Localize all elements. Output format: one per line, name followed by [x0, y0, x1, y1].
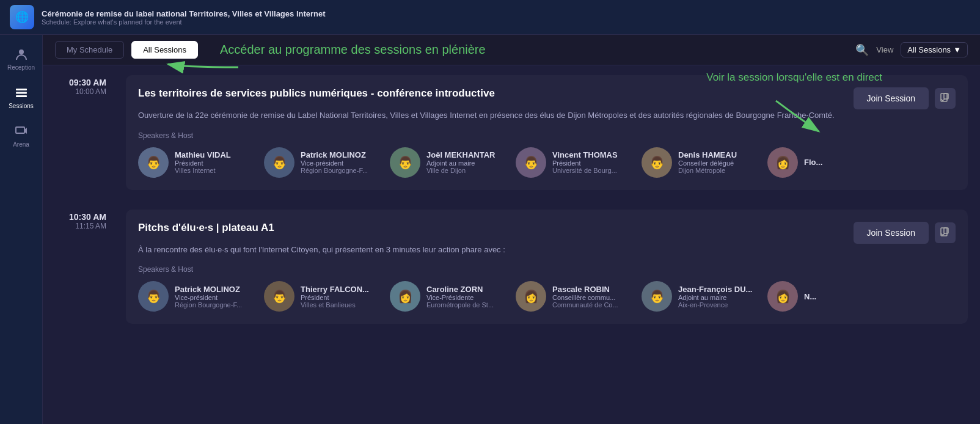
sidebar-item-sessions[interactable]: Sessions: [3, 81, 40, 114]
speaker-org: Communauté de Co...: [552, 301, 618, 309]
chevron-down-icon: ▼: [953, 45, 961, 54]
speaker-name: Jean-François DU...: [678, 285, 752, 294]
speaker-card: 👩 Flo...: [767, 147, 883, 178]
speaker-role: Vice-Présidente: [426, 294, 494, 301]
session1-speakers-list: 👨 Mathieu VIDAL Président Villes Interne…: [138, 147, 956, 178]
speaker-name: Patrick MOLINOZ: [175, 285, 242, 294]
time-column-1: 09:30 AM 10:00 AM: [43, 75, 116, 190]
speaker-name: N...: [804, 292, 816, 301]
sidebar: Reception Sessions Arena: [0, 35, 43, 424]
speaker-card: 👨 Mathieu VIDAL Président Villes Interne…: [138, 147, 254, 178]
sessions-label: Sessions: [9, 103, 34, 109]
speaker-info: Flo...: [804, 158, 822, 167]
view-label: View: [876, 45, 893, 54]
session1-header: Les territoires de services publics numé…: [138, 87, 956, 109]
svg-rect-1: [16, 89, 27, 90]
svg-rect-4: [16, 127, 24, 133]
session2-speakers-list: 👨 Patrick MOLINOZ Vice-président Région …: [138, 281, 956, 312]
speaker-role: Président: [301, 294, 369, 301]
speaker-avatar: 👨: [390, 147, 420, 178]
speaker-role: Conseillère commu...: [552, 294, 618, 301]
speaker-avatar: 👩: [767, 147, 798, 178]
sessions-icon: [14, 86, 29, 100]
speaker-role: Conseiller délégué: [678, 159, 737, 167]
speaker-card: 👩 N...: [767, 281, 883, 312]
session2-header: Pitchs d'élu·e·s | plateau A1 Join Sessi…: [138, 222, 956, 244]
speaker-card: 👨 Patrick MOLINOZ Vice-président Région …: [138, 281, 254, 312]
main-layout: Reception Sessions Arena: [0, 35, 980, 424]
speaker-info: Patrick MOLINOZ Vice-président Région Bo…: [301, 150, 368, 174]
join-session-2-button[interactable]: Join Session: [854, 222, 929, 244]
view-dropdown[interactable]: All Sessions ▼: [901, 42, 968, 57]
session1-actions: Join Session: [854, 87, 956, 109]
speaker-avatar: 👨: [516, 147, 546, 178]
speaker-avatar: 👨: [264, 281, 294, 312]
speaker-info: Denis HAMEAU Conseiller délégué Dijon Mé…: [678, 150, 737, 174]
svg-point-0: [19, 49, 24, 54]
session2-speakers-label: Speakers & Host: [138, 265, 956, 274]
speaker-info: Pascale ROBIN Conseillère commu... Commu…: [552, 285, 618, 309]
speaker-info: Patrick MOLINOZ Vice-président Région Bo…: [175, 285, 242, 309]
session-card-1: Les territoires de services publics numé…: [126, 75, 968, 190]
svg-rect-6: [944, 93, 948, 99]
speaker-org: Villes et Banlieues: [301, 301, 369, 309]
session2-time-end: 11:15 AM: [43, 222, 106, 230]
bookmark-icon-1[interactable]: [935, 88, 956, 109]
event-subtitle: Schedule: Explore what's planned for the…: [42, 18, 326, 26]
speaker-card: 👨 Jean-François DU... Adjoint au maire A…: [642, 281, 758, 312]
session1-description: Ouverture de la 22e cérémonie de remise …: [138, 109, 956, 122]
speaker-avatar: 👩: [390, 281, 420, 312]
svg-rect-2: [16, 92, 27, 94]
speaker-info: Joël MEKHANTAR Adjoint au maire Ville de…: [426, 150, 495, 174]
speaker-avatar: 👨: [138, 147, 169, 178]
speaker-role: Adjoint au maire: [678, 294, 752, 301]
session1-speakers-label: Speakers & Host: [138, 131, 956, 140]
speaker-name: Caroline ZORN: [426, 285, 494, 294]
schedule-header: My Schedule All Sessions Accéder au prog…: [43, 35, 980, 65]
top-bar-text: Cérémonie de remise du label national Te…: [42, 9, 326, 26]
tab-all-sessions[interactable]: All Sessions: [131, 41, 198, 59]
speaker-role: Adjoint au maire: [426, 159, 495, 167]
speaker-card: 👨 Patrick MOLINOZ Vice-président Région …: [264, 147, 380, 178]
speaker-org: Dijon Métropole: [678, 167, 737, 174]
speaker-card: 👨 Thierry FALCON... Président Villes et …: [264, 281, 380, 312]
session2-description: À la rencontre des élu·e·s qui font l'In…: [138, 244, 956, 256]
speaker-name: Thierry FALCON...: [301, 285, 369, 294]
speaker-name: Flo...: [804, 158, 822, 167]
session1-title: Les territoires de services publics numé…: [138, 87, 495, 100]
session2-actions: Join Session: [854, 222, 956, 244]
speaker-name: Vincent THOMAS: [552, 150, 618, 159]
speaker-name: Patrick MOLINOZ: [301, 150, 368, 159]
speaker-card: 👨 Vincent THOMAS Président Université de…: [516, 147, 632, 178]
speaker-card: 👩 Caroline ZORN Vice-Présidente Eurométr…: [390, 281, 506, 312]
speaker-org: Université de Bourg...: [552, 167, 618, 174]
speaker-role: Président: [552, 159, 618, 167]
sidebar-item-arena[interactable]: Arena: [3, 119, 40, 153]
speaker-avatar: 👨: [642, 281, 672, 312]
content-area: My Schedule All Sessions Accéder au prog…: [43, 35, 980, 424]
speaker-name: Denis HAMEAU: [678, 150, 737, 159]
session1-time-end: 10:00 AM: [43, 87, 106, 96]
speaker-avatar: 👩: [516, 281, 546, 312]
speaker-avatar: 👨: [642, 147, 672, 178]
annotation-right: Voir la session lorsqu'elle est en direc…: [706, 71, 882, 84]
join-session-1-button[interactable]: Join Session: [854, 87, 929, 109]
bookmark-icon-2[interactable]: [935, 222, 956, 243]
speaker-org: Région Bourgogne-F...: [301, 167, 368, 174]
speaker-org: Villes Internet: [175, 167, 231, 174]
speaker-role: Vice-président: [175, 294, 242, 301]
speaker-org: Aix-en-Provence: [678, 301, 752, 309]
arena-label: Arena: [13, 141, 29, 148]
speaker-org: Ville de Dijon: [426, 167, 495, 174]
search-icon[interactable]: 🔍: [855, 43, 869, 57]
sidebar-item-reception[interactable]: Reception: [3, 42, 40, 76]
arena-icon: [14, 124, 29, 139]
session-row: 09:30 AM 10:00 AM Les territoires de ser…: [43, 65, 968, 200]
tab-my-schedule[interactable]: My Schedule: [55, 41, 124, 59]
app-logo: 🌐: [10, 5, 34, 29]
view-dropdown-value: All Sessions: [907, 45, 951, 54]
speaker-info: Jean-François DU... Adjoint au maire Aix…: [678, 285, 752, 309]
speaker-card: 👨 Denis HAMEAU Conseiller délégué Dijon …: [642, 147, 758, 178]
sessions-list: 09:30 AM 10:00 AM Les territoires de ser…: [43, 65, 980, 424]
event-title: Cérémonie de remise du label national Te…: [42, 9, 326, 18]
